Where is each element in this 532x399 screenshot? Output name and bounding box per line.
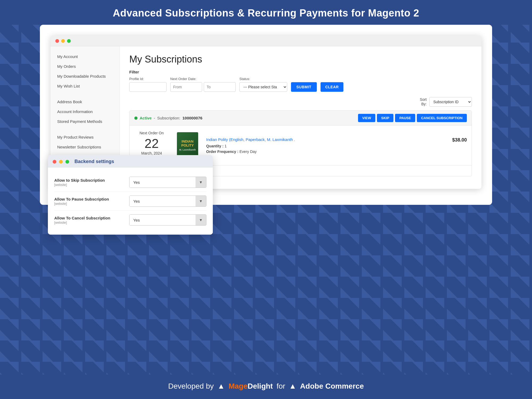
setting-select-skip[interactable]: Yes No bbox=[130, 177, 196, 188]
status-dash: - bbox=[154, 116, 155, 120]
filter-group-status: Status: --- Please select Sta bbox=[239, 77, 287, 92]
backend-settings-body: Allow to Skip Subscription [website] Yes… bbox=[48, 168, 213, 235]
subscription-header: Active - Subscription: 100000076 VIEW SK… bbox=[130, 111, 472, 126]
filter-row: Profile Id: Next Order Date: Status: bbox=[129, 77, 472, 92]
page-header: Advanced Subscriptions & Recurring Payme… bbox=[0, 0, 532, 25]
browser-dot-yellow[interactable] bbox=[61, 39, 65, 43]
setting-select-wrapper-skip: Yes No ▼ bbox=[129, 177, 206, 188]
status-active-text: Active bbox=[140, 116, 152, 120]
sidebar-divider-2 bbox=[51, 128, 119, 132]
sidebar-item-product-reviews[interactable]: My Product Reviews bbox=[51, 132, 119, 142]
sidebar-item-wish-list[interactable]: My Wish List bbox=[51, 81, 119, 91]
frequency-label: Order Frequency : bbox=[206, 149, 238, 154]
quantity-label: Quantity : bbox=[206, 144, 223, 148]
setting-label-pause-main: Allow To Pause Subscription bbox=[54, 197, 109, 201]
profile-id-input[interactable] bbox=[129, 82, 167, 92]
date-from-input[interactable] bbox=[170, 82, 202, 92]
quantity-value: 1 bbox=[225, 144, 227, 148]
setting-label-skip-sub: [website] bbox=[54, 183, 105, 187]
product-name[interactable]: Indian Polity (English, Paperback, M. La… bbox=[206, 137, 295, 142]
page-header-title: Advanced Subscriptions & Recurring Payme… bbox=[113, 7, 419, 19]
sidebar-item-payment-methods[interactable]: Stored Payment Methods bbox=[51, 117, 119, 126]
book-subtitle: M. Laxmikanth bbox=[179, 148, 196, 151]
status-select[interactable]: --- Please select Sta bbox=[239, 82, 287, 92]
footer-adobe: Adobe Commerce bbox=[300, 382, 364, 390]
frequency-value: Every Day bbox=[239, 149, 257, 154]
main-container: My Account My Orders My Downloadable Pro… bbox=[40, 25, 492, 205]
page-title: My Subscriptions bbox=[129, 54, 472, 65]
subscription-status: Active - Subscription: 100000076 bbox=[134, 116, 202, 120]
pause-button[interactable]: PAUSE bbox=[395, 114, 415, 122]
footer-text: Developed by ▲ MageDelight for ▲ Adobe C… bbox=[0, 382, 532, 390]
setting-label-cancel-sub: [website] bbox=[54, 221, 110, 225]
backend-titlebar: Backend settings bbox=[48, 155, 213, 168]
adobe-logo-icon: ▲ bbox=[289, 382, 296, 390]
setting-select-wrapper-pause: Yes No ▼ bbox=[129, 196, 206, 207]
product-name-price-col: Indian Polity (English, Paperback, M. La… bbox=[206, 137, 295, 154]
skip-button[interactable]: SKIP bbox=[377, 114, 393, 122]
sidebar-item-account-info[interactable]: Account Information bbox=[51, 107, 119, 117]
magedelight-logo-icon: ▲ bbox=[218, 382, 225, 390]
product-info-row: Indian Polity (English, Paperback, M. La… bbox=[206, 137, 467, 154]
sort-by-select[interactable]: Subscription ID bbox=[429, 97, 472, 107]
date-to-input[interactable] bbox=[204, 82, 236, 92]
setting-label-cancel-main: Allow To Cancel Subscription bbox=[54, 216, 110, 220]
product-price: $38.00 bbox=[452, 137, 467, 143]
backend-settings-title: Backend settings bbox=[74, 159, 114, 164]
sidebar-section-settings: Address Book Account Information Stored … bbox=[51, 97, 119, 126]
sidebar-item-newsletter[interactable]: Newsletter Subscriptions bbox=[51, 142, 119, 152]
clear-button[interactable]: CLEAR bbox=[321, 82, 344, 92]
footer-brand: MageDelight bbox=[228, 382, 273, 390]
status-dot-active bbox=[134, 117, 138, 120]
setting-row-cancel: Allow To Cancel Subscription [website] Y… bbox=[54, 211, 206, 229]
setting-row-pause: Allow To Pause Subscription [website] Ye… bbox=[54, 192, 206, 211]
setting-label-pause-sub: [website] bbox=[54, 202, 109, 206]
backend-settings-window: Backend settings Allow to Skip Subscript… bbox=[48, 155, 213, 235]
setting-select-pause[interactable]: Yes No bbox=[130, 196, 196, 206]
next-order-date-label: Next Order Date: bbox=[170, 77, 236, 81]
footer-for-text: for bbox=[277, 382, 285, 390]
book-title: INDIANPOLITY bbox=[181, 140, 194, 147]
sidebar-divider-1 bbox=[51, 93, 119, 97]
product-quantity: Quantity : 1 bbox=[206, 144, 295, 148]
setting-select-wrapper-cancel: Yes No ▼ bbox=[129, 214, 206, 226]
sidebar-section-account: My Account My Orders My Downloadable Pro… bbox=[51, 52, 119, 91]
submit-button[interactable]: SUBMIT bbox=[291, 82, 317, 92]
next-order-day: 22 bbox=[134, 137, 169, 150]
sidebar-item-my-account[interactable]: My Account bbox=[51, 52, 119, 61]
view-button[interactable]: VIEW bbox=[358, 114, 375, 122]
sort-by-label: SortBy: bbox=[420, 97, 427, 106]
browser-titlebar bbox=[51, 35, 481, 46]
footer-developed-by: Developed by bbox=[168, 382, 214, 390]
backend-dot-red[interactable] bbox=[53, 160, 56, 164]
page-footer: Developed by ▲ MageDelight for ▲ Adobe C… bbox=[0, 375, 532, 399]
browser-dot-green[interactable] bbox=[67, 39, 71, 43]
sidebar-item-downloadable-products[interactable]: My Downloadable Products bbox=[51, 71, 119, 81]
setting-select-arrow-cancel[interactable]: ▼ bbox=[196, 215, 206, 225]
sidebar-item-address-book[interactable]: Address Book bbox=[51, 97, 119, 107]
setting-row-skip: Allow to Skip Subscription [website] Yes… bbox=[54, 173, 206, 192]
sidebar-item-my-orders[interactable]: My Orders bbox=[51, 61, 119, 71]
subscription-actions: VIEW SKIP PAUSE CANCEL SUBSCRIPTION bbox=[358, 114, 467, 122]
setting-select-arrow-pause[interactable]: ▼ bbox=[196, 196, 206, 206]
footer-brand-mage: Mage bbox=[228, 382, 248, 390]
browser-dot-red[interactable] bbox=[55, 39, 59, 43]
sort-row: SortBy: Subscription ID bbox=[129, 97, 472, 107]
filter-label: Filter bbox=[129, 70, 472, 74]
next-order-label: Next Order On bbox=[134, 131, 169, 135]
status-label: Status: bbox=[239, 77, 287, 81]
next-order-month: March, 2024 bbox=[134, 151, 169, 155]
filter-group-profile-id: Profile Id: bbox=[129, 77, 167, 92]
backend-dot-green[interactable] bbox=[65, 160, 69, 164]
setting-select-arrow-skip[interactable]: ▼ bbox=[196, 177, 206, 188]
product-frequency: Order Frequency : Every Day bbox=[206, 149, 295, 154]
filter-group-date: Next Order Date: bbox=[170, 77, 236, 92]
cancel-subscription-button[interactable]: CANCEL SUBSCRIPTION bbox=[417, 114, 467, 122]
backend-dot-yellow[interactable] bbox=[59, 160, 63, 164]
profile-id-label: Profile Id: bbox=[129, 77, 167, 81]
setting-label-skip: Allow to Skip Subscription [website] bbox=[54, 178, 105, 187]
setting-label-cancel: Allow To Cancel Subscription [website] bbox=[54, 216, 110, 225]
subscription-id-label: Subscription: bbox=[157, 116, 180, 120]
setting-select-cancel[interactable]: Yes No bbox=[130, 215, 196, 225]
setting-label-pause: Allow To Pause Subscription [website] bbox=[54, 197, 109, 206]
